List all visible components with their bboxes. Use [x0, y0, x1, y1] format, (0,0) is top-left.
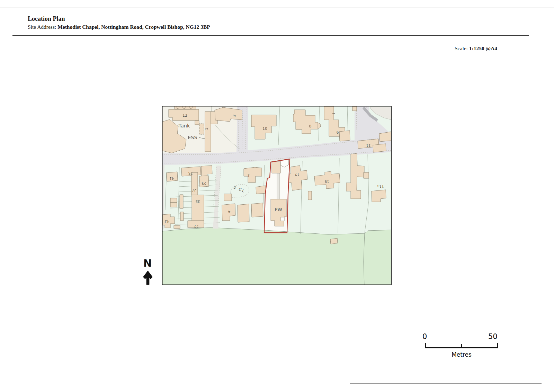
scale-value: 1:1250 @A4	[469, 45, 497, 51]
map-label: 41	[170, 177, 174, 180]
north-label: N	[143, 257, 152, 269]
north-arrow-icon	[142, 270, 154, 285]
site-address-line: Site Address: Methodist Chapel, Nottingh…	[28, 24, 210, 30]
header-divider	[12, 35, 529, 36]
map-label: 4	[228, 210, 230, 214]
map-label: 35	[196, 199, 200, 203]
map-label: 6	[337, 130, 339, 135]
scale-note: Scale: 1:1250 @A4	[455, 45, 497, 52]
location-plan-map: 12TankESS12108161111a4125233735274341171…	[162, 106, 392, 285]
location-plan-page: Location Plan Site Address: Methodist Ch…	[0, 0, 554, 392]
map-label: 8	[309, 124, 312, 128]
map-label: PW	[275, 207, 282, 212]
field-layer	[162, 228, 392, 285]
map-label: 27	[194, 224, 199, 228]
map-label: 23	[202, 181, 206, 185]
scale-label: Scale:	[455, 45, 468, 51]
scale-bar-end: 50	[488, 332, 498, 341]
map-label: 17	[295, 172, 300, 176]
scale-bar-start: 0	[422, 332, 427, 341]
map-label: 15	[325, 179, 329, 183]
site-address-label: Site Address:	[28, 24, 56, 30]
map-label: 1	[205, 128, 208, 130]
scale-bar: 0 50 Metres	[415, 328, 508, 360]
footer-rule	[350, 383, 542, 384]
map-label: 11	[366, 143, 371, 147]
site-address-value: Methodist Chapel, Nottingham Road, Cropw…	[57, 24, 210, 30]
map-label: Tank	[178, 123, 190, 128]
map-label: 1	[248, 174, 250, 178]
map-label: 37	[192, 189, 197, 193]
north-arrow: N	[142, 252, 162, 287]
map-label: 1	[332, 113, 336, 115]
map-label: 10	[262, 126, 267, 131]
map-label: 25	[188, 171, 193, 175]
map-label: 11a	[377, 184, 384, 188]
scale-bar-rule	[415, 342, 505, 349]
scale-bar-unit: Metres	[415, 351, 508, 358]
map-label: 43	[165, 220, 169, 223]
map-label: ESS	[188, 135, 197, 140]
page-top-rule	[0, 7, 554, 8]
page-title: Location Plan	[28, 15, 65, 23]
map-label: 12	[182, 113, 187, 118]
